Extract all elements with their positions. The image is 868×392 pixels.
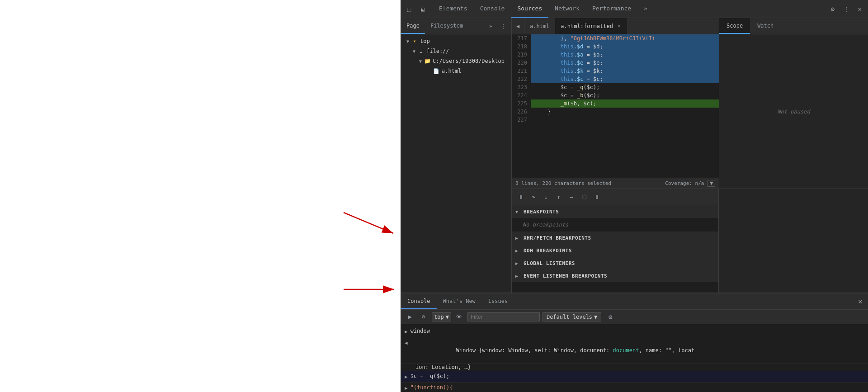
xhr-arrow: ▶	[515, 236, 522, 241]
levels-dropdown-arrow: ▼	[594, 314, 597, 320]
default-levels-label: Default levels	[547, 314, 592, 320]
tree-item-ahtml[interactable]: ▶ 📄 a.html	[401, 66, 511, 76]
dom-breakpoints-header[interactable]: ▶ DOM Breakpoints	[512, 244, 718, 257]
more-options-icon[interactable]: ⋮	[840, 3, 853, 15]
fn-expand-arrow[interactable]: ▶	[405, 384, 408, 392]
tab-network[interactable]: Network	[548, 0, 586, 18]
tree-label-top: top	[420, 38, 430, 44]
line-content-226: }	[531, 108, 719, 116]
console-entry-window-obj: ◀ Window {window: Window, self: Window, …	[401, 337, 868, 364]
tree-item-top[interactable]: ▼ ▾ top	[401, 36, 511, 46]
console-tab-whatsnew[interactable]: What's New	[437, 293, 482, 309]
deactivate-btn[interactable]: ⬡	[579, 192, 590, 203]
event-arrow: ▶	[515, 274, 522, 279]
global-arrow: ▶	[515, 261, 522, 266]
context-dropdown-arrow: ▼	[446, 314, 449, 320]
selection-status: 8 lines, 220 characters selected	[515, 180, 611, 186]
debug-toolbar: ⏸ ↷ ↓ ↑ → ⬡ ⏸	[512, 189, 718, 205]
tab-page[interactable]: Page	[401, 18, 425, 34]
editor-sidebar-toggle[interactable]: ◀	[512, 18, 524, 34]
console-area: Console What's New Issues ✕ ▶ ⊘ top ▼ 👁 …	[401, 293, 868, 392]
window-obj-text: Window {window: Window, self: Window, do…	[410, 338, 864, 363]
filter-input[interactable]	[467, 312, 540, 321]
global-listeners-header[interactable]: ▶ Global Listeners	[512, 257, 718, 269]
window-text: window	[410, 327, 864, 335]
console-close-icon[interactable]: ✕	[856, 297, 864, 306]
tab-watch[interactable]: Watch	[750, 18, 781, 34]
breakpoints-header[interactable]: ▼ Breakpoints	[512, 205, 718, 218]
console-entries: ▶ window ◀ Window {window: Window, self:…	[401, 324, 868, 392]
tab-more[interactable]: »	[637, 0, 654, 18]
line-number-225: 225	[512, 99, 531, 108]
close-devtools-icon[interactable]: ✕	[854, 3, 866, 15]
tree-label-ahtml: a.html	[442, 68, 461, 74]
sidebar-tabs: Page Filesystem » ⋮	[401, 18, 511, 34]
xhr-breakpoints-header[interactable]: ▶ XHR/fetch Breakpoints	[512, 231, 718, 244]
annotation-arrow-1	[0, 0, 401, 392]
editor-tab-close-icon[interactable]: ✕	[616, 23, 622, 29]
editor-tab-ahtml[interactable]: a.html	[524, 18, 555, 34]
breakpoints-label: Breakpoints	[524, 209, 559, 215]
tab-console[interactable]: Console	[474, 0, 511, 18]
console-block-btn[interactable]: ⊘	[418, 312, 429, 322]
code-line-219: 219 this.$a = $a;	[512, 51, 719, 59]
folder-icon-desktop: 📁	[424, 57, 431, 65]
editor-tab-ahtml-label: a.html	[530, 23, 549, 29]
editor-tabs: ◀ a.html a.html:formatted ✕	[512, 18, 719, 34]
tree-item-file[interactable]: ▼ ☁ file://	[401, 46, 511, 56]
code-line-222: 222 this.$c = $c;	[512, 75, 719, 83]
eye-icon[interactable]: 👁	[454, 312, 465, 322]
step-out-btn[interactable]: ↑	[553, 192, 564, 203]
console-entry-qc: ▶ $c = _q($c);	[401, 371, 868, 383]
no-breakpoints-text: No breakpoints	[512, 218, 718, 231]
console-tab-issues[interactable]: Issues	[482, 293, 514, 309]
line-content-218: this.$d = $d;	[531, 43, 719, 51]
status-bar: 8 lines, 220 characters selected Coverag…	[512, 178, 719, 189]
tree-item-desktop[interactable]: ▼ 📁 C:/Users/19308/Desktop	[401, 56, 511, 66]
cloud-icon: ☁	[417, 47, 425, 55]
inspect-icon[interactable]: ⬚	[403, 3, 415, 15]
code-area[interactable]: 217 }, "0glJAhBFWmB84MBriCJIiVlIi 218 th…	[512, 34, 719, 178]
editor-tab-formatted[interactable]: a.html:formatted ✕	[555, 18, 628, 34]
tree-label-desktop: C:/Users/19308/Desktop	[433, 58, 505, 64]
context-selector[interactable]: top ▼	[432, 312, 451, 321]
sidebar-more-icon[interactable]: »	[486, 21, 495, 31]
tab-filesystem[interactable]: Filesystem	[425, 18, 468, 34]
console-clear-btn[interactable]: ▶	[405, 312, 415, 322]
console-entry-window: ▶ window	[401, 326, 868, 337]
scope-tabs: Scope Watch	[719, 18, 868, 34]
pause-btn[interactable]: ⏸	[515, 192, 526, 203]
step-over-btn[interactable]: ↷	[528, 192, 539, 203]
line-number-223: 223	[512, 83, 531, 91]
qc-expand-arrow[interactable]: ▶	[405, 373, 408, 381]
device-icon[interactable]: ⬕	[416, 3, 429, 15]
line-number-219: 219	[512, 51, 531, 59]
console-toolbar: ▶ ⊘ top ▼ 👁 Default levels ▼ ⚙	[401, 310, 868, 324]
file-sidebar: Page Filesystem » ⋮ ▼ ▾ top	[401, 18, 512, 293]
sidebar-menu-icon[interactable]: ⋮	[497, 21, 509, 31]
default-levels-btn[interactable]: Default levels ▼	[542, 312, 601, 321]
svg-line-1	[344, 213, 393, 233]
pause-exceptions-btn[interactable]: ⏸	[591, 192, 602, 203]
line-content-225: _m($b, $c);	[531, 99, 719, 108]
window-expand-arrow[interactable]: ▶	[405, 328, 408, 336]
step-into-btn[interactable]: ↓	[541, 192, 552, 203]
file-icon-ahtml: 📄	[433, 67, 440, 75]
tab-scope[interactable]: Scope	[719, 18, 750, 34]
tab-sources[interactable]: Sources	[511, 0, 548, 18]
console-settings-icon[interactable]: ⚙	[604, 311, 617, 323]
step-btn[interactable]: →	[566, 192, 577, 203]
console-tab-console[interactable]: Console	[401, 293, 437, 309]
devtools-tabs: Elements Console Sources Network Perform…	[433, 0, 826, 18]
xhr-breakpoints-label: XHR/fetch Breakpoints	[524, 235, 591, 241]
code-line-225: 225 _m($b, $c);	[512, 99, 719, 108]
settings-icon[interactable]: ⚙	[826, 3, 839, 15]
tab-performance[interactable]: Performance	[586, 0, 637, 18]
line-content-219: this.$a = $a;	[531, 51, 719, 59]
line-number-226: 226	[512, 108, 531, 116]
window-obj-arrow[interactable]: ◀	[405, 339, 408, 347]
event-breakpoints-header[interactable]: ▶ Event Listener Breakpoints	[512, 269, 718, 282]
devtools-topbar: ⬚ ⬕ Elements Console Sources Network Per…	[401, 0, 868, 18]
tab-elements[interactable]: Elements	[433, 0, 474, 18]
coverage-toggle[interactable]: ▼	[708, 180, 715, 187]
